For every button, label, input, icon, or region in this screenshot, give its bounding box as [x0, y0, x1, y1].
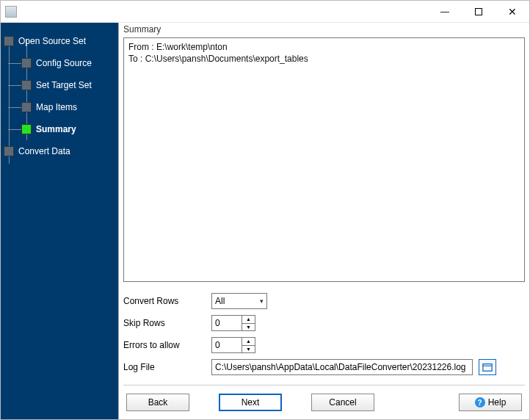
options-panel: Convert Rows All ▾ Skip Rows ▲ ▼ — [119, 286, 529, 382]
stepper-down-icon[interactable]: ▼ — [242, 345, 255, 353]
step-box-icon — [4, 36, 14, 46]
close-button[interactable]: ✕ — [495, 1, 529, 22]
svg-rect-0 — [483, 364, 492, 372]
back-button[interactable]: Back — [126, 394, 189, 411]
sidebar-item-config-source[interactable]: Config Source — [21, 54, 115, 73]
option-label: Log File — [123, 362, 211, 372]
log-file-input[interactable]: C:\Users\pansh\AppData\Local\DataFileCon… — [211, 359, 473, 375]
maximize-icon — [475, 8, 482, 15]
sidebar-item-label: Config Source — [36, 58, 92, 68]
step-box-icon — [4, 146, 14, 156]
option-log-file: Log File C:\Users\pansh\AppData\Local\Da… — [123, 357, 525, 377]
option-label: Convert Rows — [123, 296, 211, 306]
convert-rows-select[interactable]: All ▾ — [211, 293, 267, 309]
summary-from-line: From : E:\work\temp\nton — [128, 41, 520, 53]
body: Open Source Set Config Source Set Target… — [1, 23, 529, 419]
window-controls: — ✕ — [428, 1, 529, 22]
option-skip-rows: Skip Rows ▲ ▼ — [123, 313, 525, 333]
button-label: Help — [488, 397, 507, 408]
option-convert-rows: Convert Rows All ▾ — [123, 291, 525, 311]
tree-line — [8, 85, 21, 86]
sidebar-item-map-items[interactable]: Map Items — [21, 98, 115, 117]
select-value: All — [215, 296, 225, 306]
stepper-down-icon[interactable]: ▼ — [242, 323, 255, 331]
tree-line — [8, 129, 21, 130]
step-box-icon — [21, 58, 32, 68]
log-file-value: C:\Users\pansh\AppData\Local\DataFileCon… — [215, 362, 466, 372]
app-window: — ✕ Open Source Set Config Source Set Ta… — [0, 0, 530, 420]
sidebar-item-summary[interactable]: Summary — [21, 120, 115, 139]
help-icon: ? — [475, 397, 485, 408]
skip-rows-stepper[interactable]: ▲ ▼ — [211, 315, 255, 331]
next-button[interactable]: Next — [219, 394, 282, 411]
maximize-button[interactable] — [462, 1, 495, 22]
browse-log-file-button[interactable] — [479, 359, 496, 375]
sidebar-item-label: Summary — [36, 124, 76, 134]
skip-rows-input[interactable] — [212, 316, 242, 330]
tree-line — [8, 107, 21, 108]
summary-textarea[interactable]: From : E:\work\temp\nton To : C:\Users\p… — [123, 37, 525, 282]
sidebar-item-label: Convert Data — [18, 146, 70, 156]
option-label: Skip Rows — [123, 318, 211, 328]
option-errors-allow: Errors to allow ▲ ▼ — [123, 335, 525, 355]
option-label: Errors to allow — [123, 340, 211, 350]
help-button[interactable]: ?Help — [459, 394, 522, 411]
wizard-buttons: Back Next Cancel ?Help — [119, 385, 529, 419]
chevron-down-icon: ▾ — [260, 297, 264, 305]
errors-allow-input[interactable] — [212, 338, 242, 352]
app-icon — [5, 6, 17, 18]
sidebar-item-label: Open Source Set — [18, 36, 86, 46]
sidebar-item-convert-data[interactable]: Convert Data — [4, 142, 115, 161]
wizard-sidebar: Open Source Set Config Source Set Target… — [1, 23, 118, 419]
stepper-up-icon[interactable]: ▲ — [242, 338, 255, 345]
main-panel: Summary From : E:\work\temp\nton To : C:… — [118, 23, 529, 419]
button-label: Next — [242, 397, 260, 408]
step-box-icon — [21, 124, 32, 134]
tree-line — [8, 63, 21, 64]
sidebar-item-set-target-set[interactable]: Set Target Set — [21, 76, 115, 95]
stepper-up-icon[interactable]: ▲ — [242, 316, 255, 323]
sidebar-item-label: Set Target Set — [36, 80, 92, 90]
close-icon: ✕ — [508, 6, 517, 18]
sidebar-item-open-source-set[interactable]: Open Source Set — [4, 32, 115, 51]
open-file-icon — [482, 362, 493, 372]
section-header: Summary — [119, 23, 529, 36]
cancel-button[interactable]: Cancel — [311, 394, 374, 411]
sidebar-item-label: Map Items — [36, 102, 77, 112]
step-box-icon — [21, 102, 32, 112]
minimize-button[interactable]: — — [428, 1, 462, 22]
summary-to-line: To : C:\Users\pansh\Documents\export_tab… — [128, 53, 520, 65]
button-label: Back — [148, 397, 168, 408]
errors-allow-stepper[interactable]: ▲ ▼ — [211, 337, 255, 353]
titlebar: — ✕ — [1, 1, 529, 23]
step-box-icon — [21, 80, 32, 90]
minimize-icon: — — [440, 7, 449, 17]
button-label: Cancel — [329, 397, 356, 408]
